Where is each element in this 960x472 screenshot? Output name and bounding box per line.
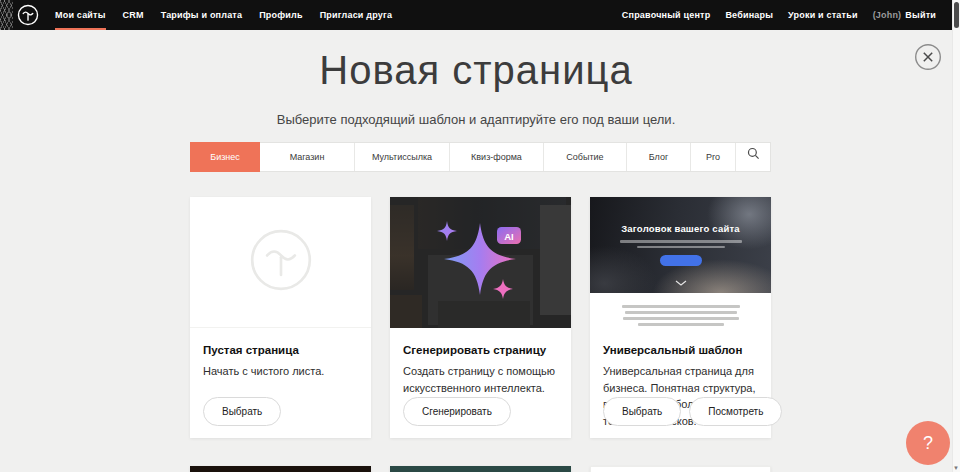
page-subtitle: Выберите подходящий шаблон и адаптируйте… (0, 112, 952, 127)
nav-my-sites[interactable]: Мои сайты (55, 0, 106, 30)
logout-link: Выйти (905, 10, 936, 20)
select-button[interactable]: Выбрать (603, 397, 681, 426)
scrollbar[interactable]: ▼ (952, 0, 960, 472)
card-description: Создать страницу с помощью искусственног… (403, 363, 558, 396)
preview-body (590, 293, 771, 326)
preview-heading: Заголовок вашего сайта (590, 223, 771, 234)
view-button[interactable]: Посмотреть (689, 397, 782, 426)
generate-button[interactable]: Сгенерировать (403, 397, 511, 426)
topbar-nav-right: Справочный центр Вебинары Уроки и статьи… (622, 0, 936, 30)
template-cards-row2 (190, 466, 771, 472)
card-partial-1[interactable] (190, 466, 371, 472)
tilda-watermark-icon (249, 228, 313, 296)
template-cards: Пустая страница Начать с чистого листа. … (190, 197, 771, 438)
preview-text-line (638, 323, 724, 326)
preview-text-line (622, 305, 740, 308)
tab-store[interactable]: Магазин (260, 143, 355, 171)
ai-preview: AI (390, 197, 571, 328)
preview-text-line (637, 246, 725, 249)
nav-webinars[interactable]: Вебинары (725, 0, 773, 30)
tab-search[interactable] (736, 143, 770, 171)
search-icon (747, 143, 760, 171)
user-logout[interactable]: (John)Выйти (873, 0, 936, 30)
card-partial-2[interactable] (390, 466, 571, 472)
nav-invite-friend[interactable]: Пригласи друга (320, 0, 392, 30)
window-edge-texture (0, 0, 13, 30)
preview-text-line (625, 311, 737, 314)
card-description: Начать с чистого листа. (203, 363, 358, 380)
preview-cta-button (660, 255, 702, 266)
nav-crm[interactable]: CRM (123, 0, 144, 30)
tab-quiz-form[interactable]: Квиз-форма (450, 143, 544, 171)
card-ai-generate[interactable]: AI Сгенерировать страницу Создать страни… (390, 197, 571, 438)
nav-lessons[interactable]: Уроки и статьи (788, 0, 858, 30)
preview-text-line (620, 240, 742, 243)
scrollbar-down-arrow[interactable]: ▼ (952, 465, 960, 471)
tab-business[interactable]: Бизнес (190, 142, 260, 172)
page-title: Новая страница (0, 48, 952, 93)
new-page-modal: Мои сайты CRM Тарифы и оплата Профиль Пр… (0, 0, 960, 472)
card-partial-3[interactable] (590, 466, 771, 472)
scrollbar-thumb[interactable] (954, 2, 959, 28)
card-title: Универсальный шаблон (603, 344, 758, 356)
nav-help-center[interactable]: Справочный центр (622, 0, 711, 30)
card-universal-template[interactable]: Заголовок вашего сайта Универсальный шаб… (590, 197, 771, 438)
card-actions: Выбрать (203, 397, 281, 426)
card-title: Сгенерировать страницу (403, 344, 558, 356)
close-icon[interactable] (914, 43, 942, 71)
topbar-nav-left: Мои сайты CRM Тарифы и оплата Профиль Пр… (55, 0, 392, 30)
topbar: Мои сайты CRM Тарифы и оплата Профиль Пр… (0, 0, 952, 30)
blank-page-preview (190, 197, 371, 328)
category-tabs: Бизнес Магазин Мультиссылка Квиз-форма С… (190, 142, 771, 172)
select-button[interactable]: Выбрать (203, 397, 281, 426)
user-name: (John) (873, 10, 902, 20)
card-title: Пустая страница (203, 344, 358, 356)
template-preview: Заголовок вашего сайта (590, 197, 771, 328)
card-actions: Сгенерировать (403, 397, 511, 426)
question-icon: ? (923, 433, 933, 454)
tab-multilink[interactable]: Мультиссылка (355, 143, 450, 171)
card-blank-page[interactable]: Пустая страница Начать с чистого листа. … (190, 197, 371, 438)
card-actions: Выбрать Посмотреть (603, 397, 782, 426)
nav-tariffs[interactable]: Тарифы и оплата (161, 0, 242, 30)
tab-blog[interactable]: Блог (627, 143, 691, 171)
help-button[interactable]: ? (906, 421, 950, 465)
tab-event[interactable]: Событие (544, 143, 627, 171)
chevron-down-icon (675, 272, 687, 290)
tilda-logo-icon[interactable] (17, 4, 39, 26)
preview-text-line (623, 317, 739, 320)
ai-badge: AI (504, 231, 514, 242)
nav-profile[interactable]: Профиль (259, 0, 303, 30)
ai-sparkle-icon: AI (390, 197, 571, 328)
preview-hero: Заголовок вашего сайта (590, 197, 771, 293)
tab-pro[interactable]: Pro (691, 143, 736, 171)
